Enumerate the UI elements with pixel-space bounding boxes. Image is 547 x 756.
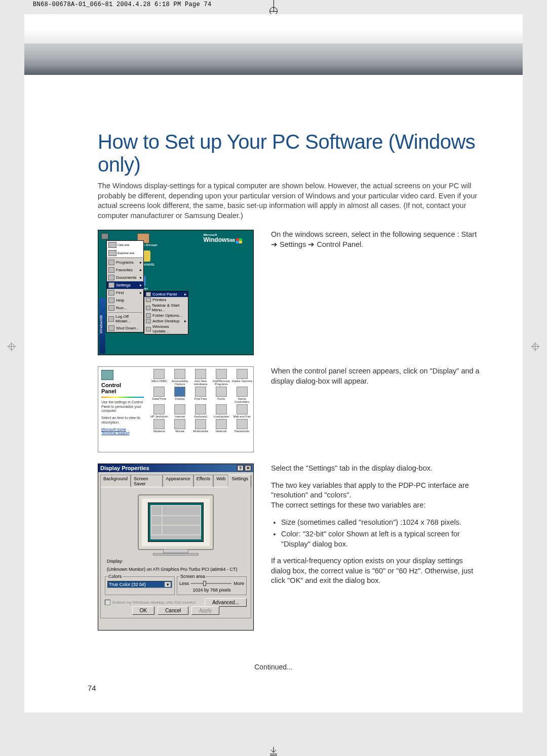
dp-advanced-button[interactable]: Advanced...	[205, 598, 247, 607]
sub-folder-options[interactable]: Folder Options...	[144, 313, 188, 318]
control-panel-icon	[101, 370, 113, 380]
crop-mark-left	[7, 342, 16, 351]
desktop-icon	[101, 233, 108, 239]
dp-extend-checkbox[interactable]	[105, 600, 110, 605]
dp-display-label: Display:	[107, 559, 123, 564]
crop-mark-right	[531, 342, 540, 351]
sub-active-desktop[interactable]: Active Desktop▸	[144, 318, 188, 324]
cp-link-tech[interactable]: Technical Support	[101, 431, 144, 435]
dp-help-button[interactable]: ?	[237, 465, 244, 471]
sm-find[interactable]: Find▸	[107, 289, 143, 297]
dp-ok-button[interactable]: OK	[132, 606, 154, 615]
dp-cancel-button[interactable]: Cancel	[158, 606, 188, 615]
cp-icon-internet[interactable]: Internet	[170, 404, 190, 418]
page-number: 74	[88, 684, 96, 692]
print-header: BN68-00678A-01_066~81 2004.4.28 6:18 PM …	[33, 1, 212, 8]
cp-icon-display[interactable]: Display	[170, 387, 190, 403]
settings-submenu: Control Panel▸ Printers Taskbar & Start …	[144, 291, 188, 334]
sub-windows-update[interactable]: Windows Update...	[144, 324, 188, 334]
crop-mark-bottom	[270, 747, 277, 756]
step2-text: When the control panel screen appears, c…	[271, 366, 483, 386]
cp-icon-game-controllers[interactable]: Game Controllers	[231, 387, 252, 403]
dp-monitor-preview	[138, 494, 214, 550]
cp-icon-multimedia[interactable]: Multimedia	[190, 419, 211, 433]
windows-logo: Microsoft Windows98	[203, 233, 242, 243]
sm-logoff[interactable]: Log Off Micael...	[107, 313, 143, 324]
dp-resolution-value: 1024 by 768 pixels	[179, 587, 244, 593]
tab-screensaver[interactable]: Screen Saver	[131, 475, 163, 487]
step3-b1: Size (sometimes called "resolution") :10…	[281, 518, 483, 528]
cp-icon-network[interactable]: Network	[211, 419, 231, 433]
dp-apply-button[interactable]: Apply	[191, 606, 219, 615]
sm-help[interactable]: Help	[107, 297, 143, 304]
step3-p4: If a vertical-frequency option exists on…	[271, 556, 483, 586]
cp-icon-mouse[interactable]: Mouse	[170, 419, 190, 433]
dp-display-value: (Unknown Monitor) on ATI Graphics Pro Tu…	[105, 567, 247, 572]
dp-close-button[interactable]: ✕	[245, 465, 251, 471]
sm-favorites[interactable]: Favorites▸	[107, 266, 143, 274]
dp-colors-group: Colors True Color (32 bit)▾	[105, 574, 175, 595]
dp-screenarea-slider[interactable]: Less More	[179, 581, 244, 586]
cp-icon-liveupdate[interactable]: LiveUpdate	[211, 404, 231, 418]
step3-p2: The two key variables that apply to the …	[271, 481, 483, 511]
cp-icon-adobe-gamma[interactable]: Adobe Gamma	[231, 369, 252, 386]
step-3-row: Display Properties ? ✕ Background Screen…	[98, 464, 483, 631]
cp-heading: ControlPanel	[101, 382, 144, 394]
cp-icon-find-fast[interactable]: Find Fast	[190, 387, 211, 403]
sm-programs[interactable]: Programs▸	[107, 259, 143, 266]
dp-screenarea-group: Screen area Less More 1024 by 768 pixels	[177, 574, 247, 595]
dp-sa-legend: Screen area	[179, 574, 206, 579]
dp-colors-combo[interactable]: True Color (32 bit)▾	[107, 581, 172, 588]
dp-title: Display Properties	[100, 465, 149, 471]
step3-b2: Color: "32-bit" color Shown at left is a…	[281, 529, 483, 549]
step-2-row: ControlPanel Use the settings in Control…	[98, 366, 483, 452]
sm-documents[interactable]: Documents▸	[107, 274, 143, 281]
cp-icon-add-new-hardware[interactable]: Add New Hardware	[190, 369, 211, 386]
tab-effects[interactable]: Effects	[193, 475, 213, 487]
cp-icon-keyboard[interactable]: Keyboard	[190, 404, 211, 418]
cp-icon-accessibility-options[interactable]: Accessibility Options	[170, 369, 190, 386]
cp-icon-add-remove-programs[interactable]: Add/Remove Programs	[211, 369, 231, 386]
dp-extend-label: Extend my Windows desktop onto this moni…	[112, 600, 197, 605]
step3-p1: Select the "Settings" tab in the display…	[271, 464, 483, 474]
sm-shutdown[interactable]: Shut Down...	[107, 324, 143, 332]
dp-colors-legend: Colors	[107, 574, 123, 579]
cp-icon-mail-and-fax[interactable]: Mail and Fax	[231, 404, 252, 418]
start-menu: Calc.exe Explorer.exe Programs▸ Favorite…	[106, 240, 144, 332]
cp-icon-hp-jetadmin[interactable]: HP JetAdmin	[149, 404, 170, 418]
start-menu-top-icons: Calc.exe	[107, 241, 143, 249]
tab-background[interactable]: Background	[100, 475, 131, 487]
dp-titlebar: Display Properties ? ✕	[98, 464, 253, 472]
cp-icon-date-time[interactable]: Date/Time	[149, 387, 170, 403]
screenshot-start-menu: Microsoft Windows98 Adobe Type Manager M…	[98, 230, 254, 355]
screenshot-control-panel: ControlPanel Use the settings in Control…	[98, 366, 254, 452]
intro-text: The Windows display-settings for a typic…	[98, 181, 483, 221]
header-band	[24, 44, 523, 75]
screenshot-display-properties: Display Properties ? ✕ Background Screen…	[98, 464, 254, 631]
cp-icon-32bit-odbc[interactable]: 32bit ODBC	[149, 369, 170, 386]
tab-web[interactable]: Web	[213, 475, 228, 487]
step1-text: On the windows screen, select in the fol…	[271, 230, 483, 249]
start-menu-top-icons2: Explorer.exe	[107, 249, 143, 257]
step-1-row: Microsoft Windows98 Adobe Type Manager M…	[98, 230, 483, 355]
dp-tabs: Background Screen Saver Appearance Effec…	[98, 472, 253, 487]
sub-printers[interactable]: Printers	[144, 297, 188, 303]
tab-appearance[interactable]: Appearance	[163, 475, 193, 487]
sub-control-panel[interactable]: Control Panel▸	[144, 291, 188, 297]
cp-icon-fonts[interactable]: Fonts	[211, 387, 231, 403]
cp-icon-modems[interactable]: Modems	[149, 419, 170, 433]
cp-icon-passwords[interactable]: Passwords	[231, 419, 252, 433]
crop-h-top	[269, 11, 278, 12]
content: How to Set up Your PC Software (Windows …	[98, 131, 483, 642]
sub-taskbar[interactable]: Taskbar & Start Menu...	[144, 303, 188, 313]
tab-settings[interactable]: Settings	[228, 475, 251, 487]
cp-desc2: Select an item to view its description.	[101, 416, 144, 425]
page-title: How to Set up Your PC Software (Windows …	[98, 131, 483, 176]
sm-run[interactable]: Run...	[107, 304, 143, 312]
cp-desc: Use the settings in Control Panel to per…	[101, 400, 144, 413]
page: How to Set up Your PC Software (Windows …	[24, 14, 523, 712]
continued-label: Continued...	[254, 663, 293, 671]
cp-link-mshome[interactable]: Microsoft Home	[101, 428, 144, 431]
sm-settings[interactable]: Settings▸	[107, 281, 143, 289]
start-menu-sidebar: Windows98	[99, 298, 105, 354]
